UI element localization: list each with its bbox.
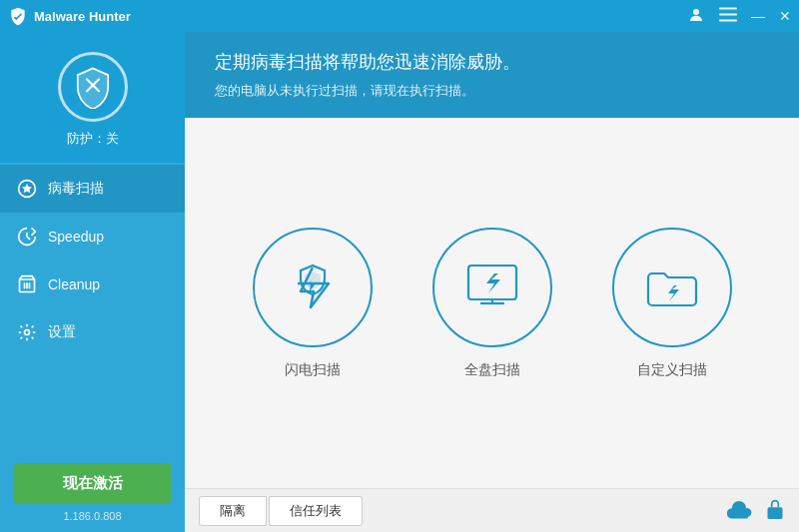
activate-button[interactable]: 现在激活 [14,463,171,504]
user-icon[interactable] [687,6,705,27]
close-button[interactable]: ✕ [779,8,791,24]
nav-items: 病毒扫描 Speedup [0,163,185,447]
scan-nav-icon [16,178,38,200]
sidebar-item-scan[interactable]: 病毒扫描 [0,165,185,213]
shield-icon [71,65,115,109]
protection-status: 防护：关 [67,130,119,148]
sidebar-header: 防护：关 [0,32,185,163]
svg-rect-15 [768,507,783,519]
flash-scan-option[interactable]: 闪电扫描 [253,228,373,379]
custom-scan-option[interactable]: 自定义扫描 [612,228,732,379]
flash-scan-label: 闪电扫描 [285,361,341,379]
svg-point-0 [693,9,699,15]
custom-scan-circle [612,228,732,347]
app-logo [8,6,28,26]
full-scan-circle [432,228,552,347]
settings-nav-icon [16,321,38,343]
shield-icon-wrap [58,52,128,122]
version-label: 1.186.0.808 [14,510,171,522]
sidebar: 防护：关 病毒扫描 [0,32,185,532]
custom-scan-label: 自定义扫描 [637,361,707,379]
custom-scan-icon [640,256,704,319]
flash-scan-circle [253,228,373,347]
cleanup-nav-label: Cleanup [48,276,100,292]
scan-nav-label: 病毒扫描 [48,180,104,198]
speedup-nav-label: Speedup [48,229,104,245]
full-scan-label: 全盘扫描 [464,361,520,379]
main-content: 定期病毒扫描将帮助您迅速消除威胁。 您的电脑从未执行过扫描，请现在执行扫描。 闪… [185,32,799,532]
bottom-icons [727,498,785,524]
trusted-list-button[interactable]: 信任列表 [269,496,363,526]
sidebar-item-cleanup[interactable]: Cleanup [0,261,185,308]
lock-icon[interactable] [765,498,785,524]
menu-icon[interactable] [719,7,737,26]
minimize-button[interactable]: — [751,8,765,24]
settings-nav-label: 设置 [48,323,76,341]
full-scan-option[interactable]: 全盘扫描 [432,228,552,379]
flash-scan-icon [283,258,343,317]
app-title: Malware Hunter [34,9,687,24]
svg-rect-3 [719,19,737,21]
sidebar-item-settings[interactable]: 设置 [0,308,185,356]
banner-title: 定期病毒扫描将帮助您迅速消除威胁。 [215,50,769,74]
svg-point-11 [25,330,30,335]
top-banner: 定期病毒扫描将帮助您迅速消除威胁。 您的电脑从未执行过扫描，请现在执行扫描。 [185,32,799,118]
bottom-bar: 隔离 信任列表 [185,488,799,532]
sidebar-footer: 现在激活 1.186.0.808 [0,447,185,532]
full-scan-icon [460,256,524,319]
cloud-icon[interactable] [727,499,753,523]
scan-area: 闪电扫描 全盘扫描 [185,118,799,488]
svg-rect-1 [719,7,737,9]
app-body: 防护：关 病毒扫描 [0,32,799,532]
cleanup-nav-icon [16,273,38,295]
banner-subtitle: 您的电脑从未执行过扫描，请现在执行扫描。 [215,82,769,100]
sidebar-item-speedup[interactable]: Speedup [0,213,185,261]
titlebar: Malware Hunter — ✕ [0,0,799,32]
speedup-nav-icon [16,226,38,248]
svg-rect-2 [719,13,737,15]
quarantine-button[interactable]: 隔离 [199,496,267,526]
window-controls: — ✕ [687,6,791,27]
